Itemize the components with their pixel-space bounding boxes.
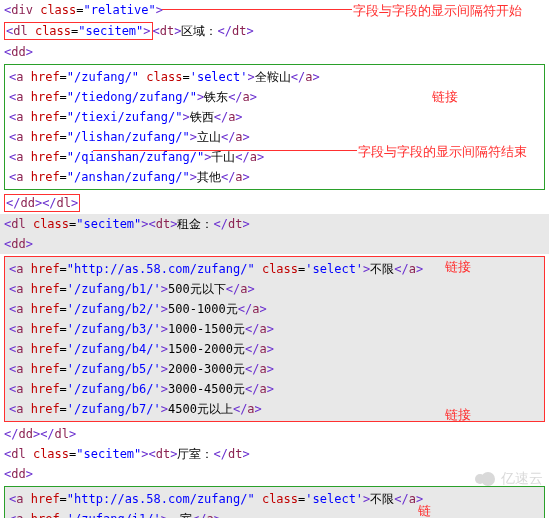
annotation-sep-start: 字段与字段的显示间隔符开始 xyxy=(353,2,522,20)
link-block-3: <a href="http://as.58.com/zufang/" class… xyxy=(4,486,545,518)
code-line: <a href='/zufang/b4/'>1500-2000元</a> xyxy=(7,339,542,359)
code-line: <a href='/zufang/b2/'>500-1000元</a> xyxy=(7,299,542,319)
code-line: </dd></dl> xyxy=(0,192,549,214)
highlight-box: <dl class="secitem"> xyxy=(4,22,153,40)
annotation-link-3: 链接 xyxy=(445,406,471,424)
watermark-text: 亿速云 xyxy=(501,470,543,488)
annotation-line xyxy=(162,9,352,10)
code-line: <a href='/zufang/i1/'>一室</a> xyxy=(7,509,542,518)
link-block-1: <a href="/zufang/" class='select'>全鞍山</a… xyxy=(4,64,545,190)
code-line: <a href='/zufang/b6/'>3000-4500元</a> xyxy=(7,379,542,399)
annotation-link-4: 链 xyxy=(418,502,431,518)
code-line: </dd></dl> xyxy=(0,424,549,444)
code-line: <a href='/zufang/b5/'>2000-3000元</a> xyxy=(7,359,542,379)
code-line: <dd> xyxy=(0,42,549,62)
code-line: <a href="/zufang/" class='select'>全鞍山</a… xyxy=(7,67,542,87)
annotation-link-1: 链接 xyxy=(432,88,458,106)
code-line: <a href="/anshan/zufang/">其他</a> xyxy=(7,167,542,187)
code-line: <dl class="secitem"><dt>租金：</dt> xyxy=(0,214,549,234)
code-line: <dl class="secitem"> <dt>区域：</dt> xyxy=(0,20,549,42)
watermark: 亿速云 xyxy=(475,470,543,488)
highlight-box: </dd></dl> xyxy=(4,194,80,212)
code-line: <dl class="secitem"><dt>厅室：</dt> xyxy=(0,444,549,464)
code-line: <a href='/zufang/b3/'>1000-1500元</a> xyxy=(7,319,542,339)
annotation-line xyxy=(93,150,357,151)
cloud-icon xyxy=(475,472,497,486)
code-line: <a href="/tiexi/zufang/">铁西</a> xyxy=(7,107,542,127)
annotation-link-2: 链接 xyxy=(445,258,471,276)
annotation-sep-end: 字段与字段的显示间隔符结束 xyxy=(358,143,527,161)
code-line: <a href="/tiedong/zufang/">铁东</a> xyxy=(7,87,542,107)
code-line: <dd> xyxy=(0,234,549,254)
code-line: <a href="http://as.58.com/zufang/" class… xyxy=(7,489,542,509)
link-block-2: <a href="http://as.58.com/zufang/" class… xyxy=(4,256,545,422)
code-line: <dd> xyxy=(0,464,549,484)
code-line: <a href='/zufang/b1/'>500元以下</a> xyxy=(7,279,542,299)
